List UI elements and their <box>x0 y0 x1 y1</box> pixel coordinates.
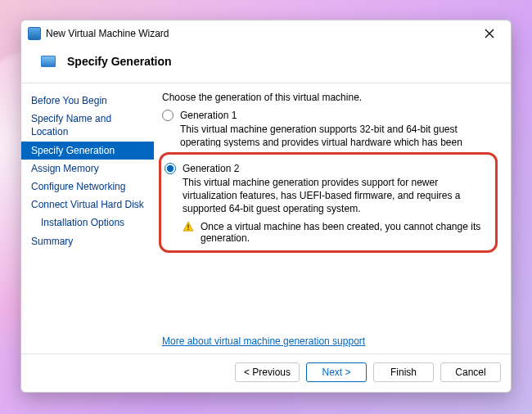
generation-2-desc: This virtual machine generation provides… <box>183 176 489 216</box>
generation-2-label: Generation 2 <box>183 163 239 174</box>
generation-2-radio[interactable] <box>165 163 176 174</box>
generation-1-desc: This virtual machine generation supports… <box>180 123 499 147</box>
generation-2-option[interactable]: Generation 2 <box>165 163 489 174</box>
close-button[interactable] <box>475 22 504 45</box>
content-pane: Choose the generation of this virtual ma… <box>154 88 511 353</box>
generation-1-option[interactable]: Generation 1 <box>162 110 499 121</box>
step-assign-memory[interactable]: Assign Memory <box>21 160 154 178</box>
generation-1-radio[interactable] <box>162 110 174 121</box>
step-summary[interactable]: Summary <box>21 232 154 250</box>
highlighted-selection: Generation 2 This virtual machine genera… <box>159 152 498 253</box>
svg-rect-3 <box>187 224 188 227</box>
titlebar: New Virtual Machine Wizard <box>21 20 511 47</box>
app-icon <box>28 27 41 40</box>
warning-row: Once a virtual machine has been created,… <box>183 221 489 244</box>
intro-text: Choose the generation of this virtual ma… <box>162 92 499 103</box>
generation-1-label: Generation 1 <box>180 110 237 121</box>
page-heading: Specify Generation <box>67 55 172 68</box>
heading-row: Specify Generation <box>21 47 511 83</box>
close-icon <box>485 29 494 38</box>
wizard-steps-sidebar: Before You Begin Specify Name and Locati… <box>21 88 154 353</box>
warning-text: Once a virtual machine has been created,… <box>201 221 489 244</box>
step-configure-networking[interactable]: Configure Networking <box>21 178 154 196</box>
step-before-you-begin[interactable]: Before You Begin <box>21 92 154 110</box>
button-bar: < Previous Next > Finish Cancel <box>21 353 511 392</box>
monitor-icon <box>41 56 56 67</box>
step-specify-generation[interactable]: Specify Generation <box>21 142 154 160</box>
window-title: New Virtual Machine Wizard <box>46 28 475 39</box>
cancel-button[interactable]: Cancel <box>440 362 501 382</box>
finish-button[interactable]: Finish <box>373 362 434 382</box>
next-button[interactable]: Next > <box>306 362 367 382</box>
previous-button[interactable]: < Previous <box>235 362 300 382</box>
step-specify-name-location[interactable]: Specify Name and Location <box>21 110 154 141</box>
step-connect-virtual-hard-disk[interactable]: Connect Virtual Hard Disk <box>21 196 154 214</box>
svg-rect-4 <box>187 228 188 229</box>
more-info-link[interactable]: More about virtual machine generation su… <box>162 335 365 347</box>
body-area: Before You Begin Specify Name and Locati… <box>21 83 511 353</box>
warning-icon <box>183 221 194 232</box>
wizard-window: New Virtual Machine Wizard Specify Gener… <box>20 20 512 393</box>
step-installation-options[interactable]: Installation Options <box>21 214 154 232</box>
